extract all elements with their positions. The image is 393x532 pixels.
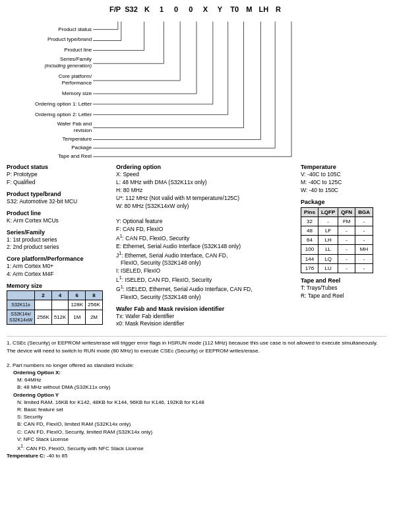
footer-x1y: X1: CAN FD, FlexIO, Security with NFC St…	[7, 443, 386, 452]
pn-y: Y	[215, 5, 226, 13]
pkg-176-lqfp: LU	[318, 263, 338, 273]
mem-header-4: 4	[51, 291, 69, 300]
mem-row2-c4: 512K	[51, 310, 69, 325]
label-tape-reel: Tape and Reel	[58, 153, 92, 159]
pn-k: K	[142, 5, 152, 13]
wafer-title: Wafer Fab and Mask revision identifier	[116, 306, 297, 312]
mem-row1-c6: 128K	[69, 300, 86, 310]
part-number-section: F/P S32 K 1 0 0 X Y T0 M LH R	[7, 5, 386, 13]
product-brand-body: S32: Automotive 32-bit MCU	[7, 198, 112, 206]
pkg-header-qfn: QFN	[338, 207, 355, 216]
pkg-144-lqfp: LQ	[318, 254, 338, 263]
memory-title: Memory size	[7, 283, 112, 289]
footer-vy: V: NFC Stack License	[7, 436, 386, 443]
product-status-body: P: PrototypeF: Qualified	[7, 171, 112, 187]
ordering-option-title: Ordering option	[116, 164, 297, 170]
label-series: Series/Family	[60, 56, 92, 62]
label-core1: Core platform/	[59, 73, 92, 79]
right-column: Temperature V: -40C to 105C M: -40C to 1…	[301, 164, 386, 332]
memory-body: 2 4 6 8 S32K11x 128K 256K S32K14x/S32K14…	[7, 290, 112, 325]
label-core2: Performance	[62, 80, 92, 86]
footer-sy: S: Security	[7, 413, 386, 420]
mem-header-empty	[7, 291, 35, 300]
footer-temp-c: Temperature C: -40 to 85	[7, 452, 386, 459]
label-product-status: Product status	[58, 26, 92, 32]
label-wafer2: revision	[74, 127, 92, 133]
product-line-title: Product line	[7, 210, 112, 216]
package-table: Pins LQFP QFN BGA 32 - FM - 48 LF - -	[301, 207, 373, 273]
diagram-svg: Product status Product type/brand Produc…	[7, 16, 386, 161]
footer-by: B: CAN FD, FlexIO, limited RAM (S32K14x …	[7, 420, 386, 428]
mem-row2-c2: 256K	[35, 310, 52, 325]
label-memory: Memory size	[62, 90, 92, 96]
pkg-row-144: 144 LQ - -	[301, 254, 373, 263]
pn-r: R	[273, 5, 284, 13]
label-product-brand: Product type/brand	[47, 36, 92, 42]
pkg-32-bga: -	[355, 216, 373, 226]
pn-t0: T0	[229, 5, 240, 13]
label-ordering2: Ordering option 2: Letter	[35, 112, 92, 117]
footer-note-1: 1. CSEc (Security) or EEPROM writes/eras…	[7, 339, 386, 354]
pkg-64-bga: -	[355, 236, 373, 245]
product-line-body: K: Arm Cortex MCUs	[7, 217, 112, 225]
temperature-title: Temperature	[301, 164, 386, 170]
diagram-section: Product status Product type/brand Produc…	[7, 16, 386, 161]
mem-row2-label: S32K14x/S32K14xW	[7, 310, 35, 325]
pkg-144-bga: -	[355, 254, 373, 263]
tape-reel-body: T: Trays/Tubes R: Tape and Reel	[301, 284, 386, 300]
mem-header-6: 6	[69, 291, 86, 300]
label-series-sub: (including generation)	[45, 63, 92, 69]
pkg-32-pins: 32	[301, 216, 318, 226]
mem-row1-c8: 256K	[86, 300, 103, 310]
pn-fp: F/P	[109, 5, 121, 13]
left-column: Product status P: PrototypeF: Qualified …	[7, 164, 112, 332]
label-wafer1: Wafer Fab and	[57, 121, 92, 127]
pkg-header-bga: BGA	[355, 207, 373, 216]
mem-row2-c6: 1M	[69, 310, 86, 325]
pkg-32-qfn: FM	[338, 216, 355, 226]
pkg-row-32: 32 - FM -	[301, 216, 373, 226]
label-product-line: Product line	[64, 47, 92, 53]
pn-x: X	[200, 5, 210, 13]
pkg-144-qfn: -	[338, 254, 355, 263]
pkg-32-lqfp: -	[318, 216, 338, 226]
ordering-option-body: X: Speed L: 48 MHz with DMA (S32K11x onl…	[116, 171, 297, 302]
part-number-row: F/P S32 K 1 0 0 X Y T0 M LH R	[7, 5, 386, 13]
core-body: 1: Arm Cortex M0+4: Arm Cortex M4F	[7, 263, 112, 279]
memory-table: 2 4 6 8 S32K11x 128K 256K S32K14x/S32K14…	[7, 290, 103, 325]
pn-lh: LH	[258, 5, 269, 13]
pkg-48-lqfp: LF	[318, 226, 338, 236]
pkg-header-pins: Pins	[301, 207, 318, 216]
product-status-title: Product status	[7, 164, 112, 170]
footer-note-2: 2. Part numbers no longer offered as sta…	[7, 362, 386, 369]
mem-row1-label: S32K11x	[7, 300, 35, 310]
main-content: Product status P: PrototypeF: Qualified …	[7, 164, 386, 332]
pn-s32: S32	[125, 5, 138, 13]
product-brand-title: Product type/brand	[7, 191, 112, 197]
pkg-176-bga: -	[355, 263, 373, 273]
footer-notes: 1. CSEc (Security) or EEPROM writes/eras…	[7, 336, 386, 459]
pn-1: 1	[156, 5, 167, 13]
footer-ordering-x-title: Ordering Option X:	[7, 369, 386, 376]
pkg-row-176: 176 LU - -	[301, 263, 373, 273]
series-body: 1: 1st product series2: 2nd product seri…	[7, 236, 112, 252]
pkg-100-pins: 100	[301, 245, 318, 254]
pn-m: M	[244, 5, 255, 13]
pkg-48-bga: -	[355, 226, 373, 236]
pkg-64-qfn: -	[338, 236, 355, 245]
label-package: Package	[71, 145, 92, 150]
pkg-64-pins: 64	[301, 236, 318, 245]
temperature-body: V: -40C to 105C M: -40C to 125C W: -40 t…	[301, 171, 386, 195]
pkg-176-qfn: -	[338, 263, 355, 273]
mem-header-2: 2	[35, 291, 52, 300]
pkg-144-pins: 144	[301, 254, 318, 263]
pkg-row-64: 64 LH - -	[301, 236, 373, 245]
footer-ry: R: Basic feature set	[7, 406, 386, 413]
pkg-header-lqfp: LQFP	[318, 207, 338, 216]
footer-bx: B: 48 MHz without DMA (S32K11x only)	[7, 383, 386, 391]
package-body: Pins LQFP QFN BGA 32 - FM - 48 LF - -	[301, 207, 386, 273]
footer-cy: C: CAN FD, FlexIO, Security, limited RAM…	[7, 428, 386, 436]
label-ordering1: Ordering option 1: Letter	[35, 101, 92, 107]
pkg-64-lqfp: LH	[318, 236, 338, 245]
package-title: Package	[301, 199, 386, 205]
